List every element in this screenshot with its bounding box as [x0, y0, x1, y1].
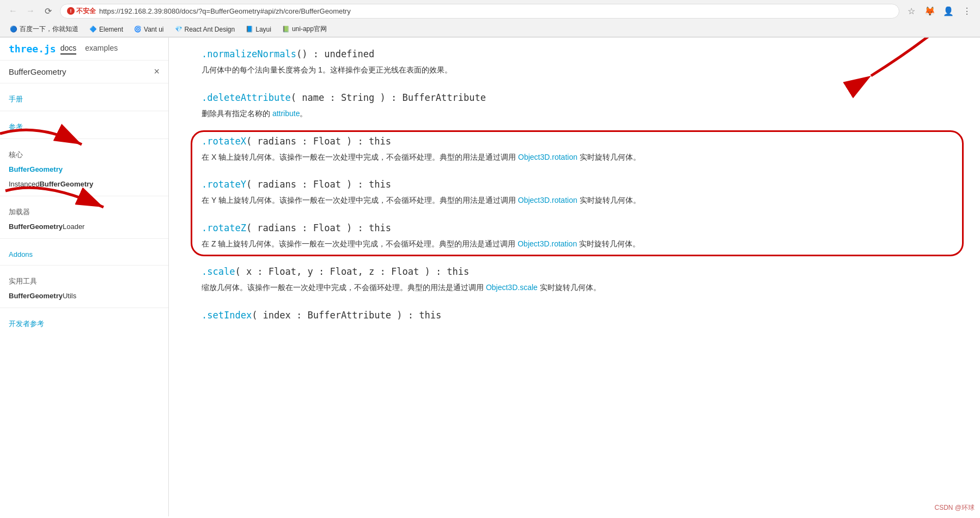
link-rotateX-object3d[interactable]: Object3D.rotation: [518, 153, 577, 161]
sidebar-close-button[interactable]: ×: [154, 66, 160, 77]
method-rotateX: .rotateX ( radians : Float ) : this 在 X …: [202, 136, 947, 164]
link-rotateZ-object3d[interactable]: Object3D.rotation: [518, 239, 577, 248]
bookmark-button[interactable]: ☆: [904, 3, 919, 19]
method-rotateY: .rotateY ( radians : Float ) : this 在 Y …: [202, 179, 947, 207]
method-line-deleteAttribute: .deleteAttribute ( name : String ) : Buf…: [202, 92, 947, 103]
nav-buttons: ← → ⟳: [5, 3, 56, 19]
method-desc-rotateY: 在 Y 轴上旋转几何体。该操作一般在一次处理中完成，不会循环处理。典型的用法是通…: [202, 194, 947, 207]
method-scale: .scale ( x : Float, y : Float, z : Float…: [202, 266, 947, 294]
sidebar-divider-5: [0, 265, 168, 266]
site-nav: docs examples: [60, 44, 118, 55]
address-url: https://192.168.2.39:8080/docs/?q=Buffer…: [99, 7, 892, 15]
method-desc-normalizeNormals: 几何体中的每个法向量长度将会为 1。这样操作会更正光线在表面的效果。: [202, 64, 947, 77]
react-ant-icon: 💎: [175, 26, 182, 33]
layui-label: Layui: [255, 26, 271, 33]
annotation-container: .normalizeNormals () : undefined 几何体中的每个…: [202, 49, 947, 321]
method-normalizeNormals: .normalizeNormals () : undefined 几何体中的每个…: [202, 49, 947, 77]
nav-examples[interactable]: examples: [85, 44, 118, 55]
menu-button[interactable]: ⋮: [959, 3, 975, 19]
method-line-normalizeNormals: .normalizeNormals () : undefined: [202, 49, 947, 59]
sidebar-item-buffergeometry[interactable]: BufferGeometry: [0, 162, 168, 177]
method-sig-setIndex: ( index : BufferAttribute ) : this: [252, 310, 441, 321]
refresh-button[interactable]: ⟳: [40, 3, 56, 19]
browser-toolbar: ← → ⟳ ! 不安全 https://192.168.2.39:8080/do…: [0, 0, 980, 22]
security-label: 不安全: [76, 7, 96, 16]
link-scale-object3d[interactable]: Object3D.scale: [486, 283, 538, 292]
method-name-setIndex: .setIndex: [202, 310, 252, 321]
method-sig-rotateY: ( radians : Float ) : this: [246, 179, 391, 190]
bookmark-react-ant[interactable]: 💎 React Ant Design: [171, 25, 240, 34]
sidebar-section-manual: 手册: [0, 88, 168, 106]
sidebar-item-instanced[interactable]: InstancedBufferGeometry: [0, 177, 168, 191]
method-deleteAttribute: .deleteAttribute ( name : String ) : Buf…: [202, 92, 947, 121]
method-name-deleteAttribute: .deleteAttribute: [202, 92, 291, 103]
rotate-methods-box: .rotateX ( radians : Float ) : this 在 X …: [202, 136, 947, 251]
forward-button[interactable]: →: [23, 3, 38, 19]
sidebar: three.js docs examples BufferGeometry × …: [0, 38, 169, 516]
sidebar-search-title: BufferGeometry: [9, 67, 149, 76]
method-line-scale: .scale ( x : Float, y : Float, z : Float…: [202, 266, 947, 277]
method-line-rotateY: .rotateY ( radians : Float ) : this: [202, 179, 947, 190]
method-desc-scale: 缩放几何体。该操作一般在一次处理中完成，不会循环处理。典型的用法是通过调用 Ob…: [202, 281, 947, 294]
browser-chrome: ← → ⟳ ! 不安全 https://192.168.2.39:8080/do…: [0, 0, 980, 38]
sidebar-divider-4: [0, 238, 168, 239]
element-label: Element: [99, 26, 123, 33]
content-wrapper: .normalizeNormals () : undefined 几何体中的每个…: [202, 49, 947, 321]
section-label-loaders: 加载器: [9, 208, 30, 216]
sidebar-section-ref: 参考: [0, 116, 168, 134]
method-desc-deleteAttribute: 删除具有指定名称的 attribute。: [202, 107, 947, 121]
nav-docs[interactable]: docs: [60, 44, 77, 55]
profile-button[interactable]: 👤: [941, 3, 956, 19]
bookmark-uniapp[interactable]: 📗 uni-app官网: [278, 23, 331, 35]
csdn-watermark: CSDN @环球: [934, 503, 975, 513]
back-button[interactable]: ←: [5, 3, 21, 19]
method-sig-scale: ( x : Float, y : Float, z : Float ) : th…: [235, 266, 469, 277]
sidebar-item-loader[interactable]: BufferGeometryLoader: [0, 219, 168, 234]
section-label-devref: 开发者参考: [9, 320, 44, 328]
react-ant-label: React Ant Design: [185, 26, 235, 33]
sidebar-section-utils-header: 实用工具: [0, 270, 168, 288]
vant-label: Vant ui: [144, 26, 163, 33]
bookmarks-bar: 🔵 百度一下，你就知道 🔷 Element 🌀 Vant ui 💎 React …: [0, 22, 980, 37]
sidebar-section-core: 核心: [0, 143, 168, 162]
toolbar-right: ☆ 🦊 👤 ⋮: [904, 3, 975, 19]
address-bar[interactable]: ! 不安全 https://192.168.2.39:8080/docs/?q=…: [60, 4, 899, 19]
method-name-rotateZ: .rotateZ: [202, 222, 246, 233]
bookmark-baidu[interactable]: 🔵 百度一下，你就知道: [5, 23, 83, 35]
link-attribute[interactable]: attribute: [272, 109, 300, 118]
method-line-rotateZ: .rotateZ ( radians : Float ) : this: [202, 222, 947, 233]
method-sig-rotateX: ( radians : Float ) : this: [246, 136, 391, 147]
method-name-normalizeNormals: .normalizeNormals: [202, 49, 296, 59]
bookmark-element[interactable]: 🔷 Element: [85, 25, 127, 34]
method-desc-rotateX: 在 X 轴上旋转几何体。该操作一般在一次处理中完成，不会循环处理。典型的用法是通…: [202, 151, 947, 164]
uniapp-icon: 📗: [282, 26, 290, 33]
baidu-icon: 🔵: [10, 26, 17, 33]
site-logo[interactable]: three.js: [9, 43, 56, 55]
sidebar-header: three.js docs examples: [0, 38, 168, 61]
section-label-addons: Addons: [9, 250, 33, 258]
method-name-rotateX: .rotateX: [202, 136, 246, 147]
method-rotateZ: .rotateZ ( radians : Float ) : this 在 Z …: [202, 222, 947, 251]
sidebar-divider-2: [0, 138, 168, 139]
sidebar-section-addons: Addons: [0, 243, 168, 261]
security-badge: ! 不安全: [67, 7, 96, 16]
method-line-setIndex: .setIndex ( index : BufferAttribute ) : …: [202, 310, 947, 321]
sidebar-divider-3: [0, 196, 168, 196]
bookmark-vant[interactable]: 🌀 Vant ui: [130, 25, 168, 34]
security-icon: !: [67, 7, 75, 15]
extension-button[interactable]: 🦊: [922, 3, 938, 19]
content-area: .normalizeNormals () : undefined 几何体中的每个…: [169, 38, 980, 516]
baidu-label: 百度一下，你就知道: [20, 25, 78, 34]
section-label-manual: 手册: [9, 95, 23, 103]
method-name-rotateY: .rotateY: [202, 179, 246, 190]
sidebar-item-utils[interactable]: BufferGeometryUtils: [0, 288, 168, 303]
section-label-core: 核心: [9, 150, 23, 159]
instanced-label: InstancedBufferGeometry: [9, 180, 93, 188]
sidebar-search-bar: BufferGeometry ×: [0, 61, 168, 83]
sidebar-section-loaders: 加载器: [0, 201, 168, 219]
link-rotateY-object3d[interactable]: Object3D.rotation: [518, 196, 577, 204]
method-sig-normalizeNormals: () : undefined: [296, 49, 374, 59]
section-label-utils: 实用工具: [9, 277, 37, 285]
bookmark-layui[interactable]: 📘 Layui: [241, 25, 276, 34]
uniapp-label: uni-app官网: [292, 25, 327, 34]
